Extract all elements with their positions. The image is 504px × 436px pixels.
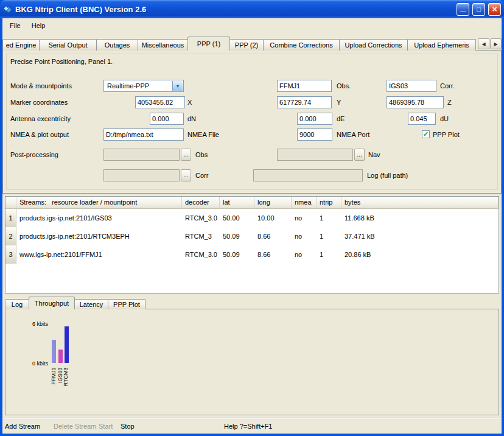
corr-label: Corr. (440, 80, 455, 92)
delete-stream-button: Delete Stream (54, 418, 96, 434)
ppp-plot-checkbox[interactable]: ✓ (422, 130, 430, 138)
antenna-de-input[interactable] (297, 113, 332, 125)
ppp-mode-combobox[interactable]: Realtime-PPP ▼ (103, 80, 184, 92)
cell-decoder: RTCM_3.0 (182, 245, 220, 264)
x-axis-label-ffmj1: FFMJ1 (51, 368, 57, 392)
marker-y-label: Y (337, 96, 341, 108)
tab-scroll-left-button[interactable]: ◀ (478, 38, 489, 49)
tab-upload-corrections[interactable]: Upload Corrections (339, 39, 408, 51)
tab-serial-output[interactable]: Serial Output (39, 39, 97, 51)
tab-ppp-1[interactable]: PPP (1) (187, 37, 230, 51)
cell-mountpoint: products.igs-ip.net:2101/RTCM3EPH (16, 227, 182, 245)
antenna-dn-input[interactable] (150, 113, 184, 125)
antenna-du-label: dU (440, 113, 449, 125)
antenna-dn-label: dN (187, 113, 196, 125)
menu-bar: File Help (2, 18, 502, 33)
stream-row[interactable]: 1 products.igs-ip.net:2101/IGS03 RTCM_3.… (5, 209, 499, 227)
tab-outages[interactable]: Outages (96, 39, 138, 51)
post-corr-browse-button[interactable]: ... (181, 169, 191, 181)
menu-help[interactable]: Help (26, 19, 51, 32)
cell-nmea: no (292, 209, 317, 227)
obs-label: Obs. (337, 80, 351, 92)
cell-decoder: RTCM_3.0 (182, 209, 220, 227)
close-button[interactable]: × (488, 3, 501, 16)
cell-mountpoint: products.igs-ip.net:2101/IGS03 (16, 209, 182, 227)
cell-mountpoint: www.igs-ip.net:2101/FFMJ1 (16, 245, 182, 264)
row-number-cell[interactable]: 2 (5, 227, 16, 245)
marker-z-input[interactable] (387, 96, 444, 108)
arrow-right-icon: ▶ (494, 41, 497, 47)
arrow-left-icon: ◀ (481, 41, 485, 47)
bottom-tab-bar: Log Throughput Latency PPP Plot (5, 297, 145, 309)
tab-scroll-right-button[interactable]: ▶ (490, 38, 502, 49)
start-button: Start (99, 418, 113, 434)
cell-long: 8.66 (254, 245, 292, 264)
tab-ppp-2[interactable]: PPP (2) (229, 39, 264, 51)
cell-ntrip: 1 (317, 245, 341, 264)
tab-latency[interactable]: Latency (74, 299, 108, 309)
antenna-du-input[interactable] (408, 113, 436, 125)
chart-bar-ffmj1 (52, 340, 56, 363)
stream-row[interactable]: 2 products.igs-ip.net:2101/RTCM3EPH RTCM… (5, 227, 499, 245)
post-obs-browse-button[interactable]: ... (181, 149, 191, 161)
y-axis-tick-min: 0 kbits (15, 360, 48, 367)
app-icon (3, 4, 13, 14)
throughput-chart: 6 kbits 0 kbits FFMJ1 IGS03 RTCM3 (5, 309, 499, 415)
tab-miscellaneous[interactable]: Miscellaneous (138, 39, 188, 51)
row-number-cell[interactable]: 3 (5, 245, 16, 264)
titlebar[interactable]: BKG Ntrip Client (BNC) Version 2.6 — □ × (0, 0, 504, 18)
marker-y-input[interactable] (277, 96, 332, 108)
tab-feed-engine[interactable]: ed Engine (2, 39, 40, 51)
cell-long: 10.00 (254, 209, 292, 227)
nmea-port-label: NMEA Port (337, 128, 369, 141)
antenna-label: Antenna excentricity (10, 113, 71, 125)
row-number-cell[interactable]: 1 (5, 209, 16, 227)
post-nav-label: Nav (368, 149, 380, 161)
header-ntrip: ntrip (317, 197, 341, 209)
tab-throughput[interactable]: Throughput (29, 297, 75, 309)
nmea-label: NMEA & plot output (10, 128, 69, 141)
post-processing-label: Post-processing (10, 149, 58, 161)
tab-log[interactable]: Log (5, 299, 29, 309)
cell-bytes: 11.668 kB (341, 209, 499, 227)
marker-x-input[interactable] (135, 96, 185, 108)
header-long: long (254, 197, 292, 209)
ppp-mode-value: Realtime-PPP (107, 82, 149, 90)
panel-caption: Precise Point Positioning, Panel 1. (10, 55, 113, 68)
cell-lat: 50.09 (220, 245, 254, 264)
cell-lat: 50.00 (220, 209, 254, 227)
status-bar: Add Stream Delete Stream Start Stop Help… (2, 418, 502, 434)
post-corr-label: Corr (195, 169, 208, 181)
cell-lat: 50.09 (220, 227, 254, 245)
post-log-label: Log (full path) (367, 169, 408, 181)
post-nav-browse-button[interactable]: ... (354, 149, 365, 161)
cell-nmea: no (292, 227, 317, 245)
tab-ppp-plot[interactable]: PPP Plot (108, 299, 145, 309)
menu-file[interactable]: File (4, 19, 26, 32)
antenna-de-label: dE (337, 113, 345, 125)
obs-mountpoint-input[interactable] (277, 80, 332, 92)
stream-row[interactable]: 3 www.igs-ip.net:2101/FFMJ1 RTCM_3.0 50.… (5, 245, 499, 264)
maximize-icon: □ (477, 5, 481, 13)
chevron-down-icon: ▼ (172, 81, 183, 91)
post-obs-label: Obs (195, 149, 208, 161)
post-corr-field (103, 169, 180, 181)
maximize-button[interactable]: □ (472, 3, 485, 16)
help-hint: Help ?=Shift+F1 (224, 418, 273, 434)
tab-upload-ephemeris[interactable]: Upload Ephemeris (407, 39, 476, 51)
nmea-port-input[interactable] (297, 128, 332, 141)
marker-z-label: Z (447, 96, 452, 108)
tab-combine-corrections[interactable]: Combine Corrections (263, 39, 340, 51)
add-stream-button[interactable]: Add Stream (5, 418, 40, 434)
nmea-file-input[interactable] (103, 128, 184, 141)
minimize-button[interactable]: — (457, 3, 469, 16)
table-header-row: Streams: resource loader / mountpoint de… (5, 197, 499, 209)
close-icon: × (492, 4, 497, 14)
window-title: BKG Ntrip Client (BNC) Version 2.6 (15, 5, 453, 14)
post-log-field (253, 169, 363, 181)
post-obs-field (103, 149, 180, 161)
chart-bar-rtcm3 (65, 326, 69, 363)
stop-button[interactable]: Stop (121, 418, 135, 434)
corr-mountpoint-input[interactable] (387, 80, 436, 92)
post-nav-field (277, 149, 353, 161)
